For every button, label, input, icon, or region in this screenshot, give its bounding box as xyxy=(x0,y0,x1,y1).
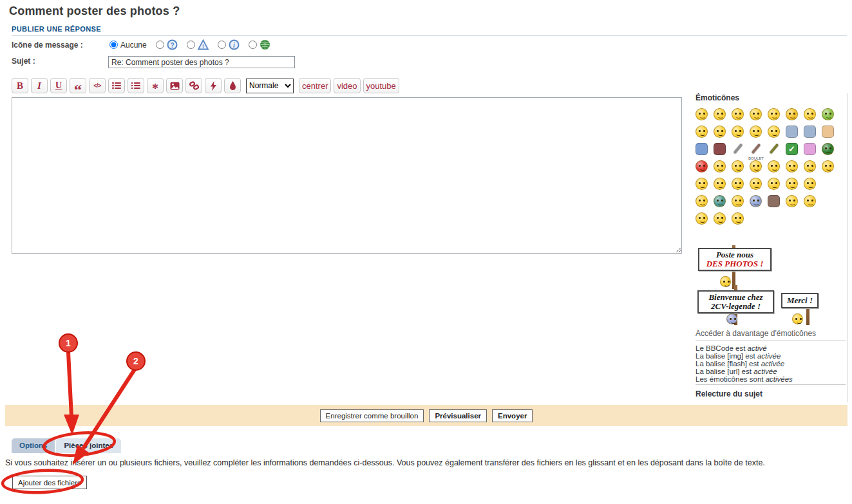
monkey-laugh-emoticon[interactable] xyxy=(804,195,816,207)
icon-option-globe[interactable] xyxy=(249,39,270,50)
globe-green-emoticon[interactable] xyxy=(822,143,834,155)
sad-emoticon[interactable] xyxy=(714,178,726,190)
rule-status: activé xyxy=(748,344,767,352)
whistle-emoticon[interactable] xyxy=(750,178,762,190)
tab-options[interactable]: Options xyxy=(12,438,55,453)
car-pink-emoticon[interactable] xyxy=(804,143,816,155)
bold-button[interactable]: B xyxy=(12,78,28,93)
mechanic-emoticon[interactable] xyxy=(786,126,798,138)
message-textarea[interactable] xyxy=(12,97,682,254)
insert-image-button[interactable] xyxy=(166,78,183,93)
italic-button[interactable]: I xyxy=(31,78,48,93)
dunce-hat-emoticon[interactable] xyxy=(822,160,834,173)
youtube-button[interactable]: youtube xyxy=(363,78,399,93)
icon-option-info[interactable]: i xyxy=(218,39,240,50)
preview-button[interactable]: Prévisualiser xyxy=(429,409,487,422)
boulet-emoticon[interactable]: BOULET xyxy=(750,160,762,173)
alien-green-emoticon[interactable] xyxy=(822,108,834,120)
sign-holder-smiley xyxy=(720,276,731,287)
merci-sign-emoticon[interactable]: Merci ! xyxy=(781,293,819,308)
icon-globe-radio[interactable] xyxy=(249,41,257,49)
bbcode-rule-line: Le BBCode est activé xyxy=(696,344,793,352)
bienvenue-sign-emoticon[interactable]: Bienvenue chez 2CV-legende ! xyxy=(697,290,774,313)
quote-button[interactable]: “ xyxy=(70,78,86,93)
sidebar-divider xyxy=(696,341,846,341)
video-button[interactable]: video xyxy=(334,78,360,93)
angry-red-emoticon[interactable] xyxy=(696,160,708,173)
submit-button[interactable]: Envoyer xyxy=(492,409,533,422)
icon-info-radio[interactable] xyxy=(218,41,226,49)
cheers-beers-emoticon[interactable] xyxy=(696,212,708,225)
icon-option-none[interactable]: Aucune xyxy=(109,41,147,50)
list-item-button[interactable]: * xyxy=(147,78,164,93)
icon-warning-radio[interactable] xyxy=(187,41,195,49)
save-draft-button[interactable]: Enregistrer comme brouillon xyxy=(320,409,424,422)
poste-photos-sign-emoticon[interactable]: Poste nous DES PHOTOS ! xyxy=(698,248,772,271)
taking-notes-emoticon[interactable] xyxy=(768,178,780,190)
image-icon xyxy=(170,82,180,90)
tongue-emoticon[interactable] xyxy=(750,108,762,120)
question-head-emoticon[interactable] xyxy=(696,195,708,207)
computer-smiley-emoticon[interactable] xyxy=(786,195,798,207)
open-arms-emoticon[interactable] xyxy=(732,212,744,225)
heart-eyes-emoticon[interactable] xyxy=(768,108,780,120)
champagne-bottle-emoticon[interactable] xyxy=(768,143,780,155)
gun-smiley-emoticon[interactable] xyxy=(696,178,708,190)
thumbs-up-blue-emoticon[interactable] xyxy=(750,195,762,207)
crying-emoticon[interactable] xyxy=(714,126,726,138)
underline-button[interactable]: U xyxy=(50,78,67,93)
french-flag-emoticon[interactable] xyxy=(714,212,726,225)
laugh-tears-emoticon[interactable] xyxy=(732,108,744,120)
bbcode-toolbar: B I U “ </> * xyxy=(12,78,399,93)
list-bullet-button[interactable] xyxy=(108,78,125,93)
add-files-button[interactable]: Ajouter des fichiers xyxy=(12,476,87,489)
rule-text: La balise [flash] est xyxy=(696,360,761,368)
sly-emoticon[interactable] xyxy=(804,160,816,173)
secret-emoticon[interactable] xyxy=(732,178,744,190)
font-color-button[interactable] xyxy=(224,78,241,93)
more-smilies-link[interactable]: Accéder à davantage d'émoticônes xyxy=(696,329,816,338)
icon-none-label: Aucune xyxy=(120,41,147,50)
center-button[interactable]: centrer xyxy=(299,78,331,93)
grin-emoticon[interactable] xyxy=(696,108,708,120)
smile-emoticon[interactable] xyxy=(714,108,726,120)
disappointed-emoticon[interactable] xyxy=(786,178,798,190)
thinking-emoticon[interactable] xyxy=(696,126,708,138)
nervous-emoticon[interactable] xyxy=(732,195,744,207)
code-button[interactable]: </> xyxy=(89,78,106,93)
insert-link-button[interactable] xyxy=(185,78,202,93)
icon-question-radio[interactable] xyxy=(156,41,164,49)
check-emoticon[interactable] xyxy=(786,143,798,155)
vomit-emoticon[interactable] xyxy=(768,126,780,138)
droplet-icon xyxy=(229,81,236,90)
icon-none-radio[interactable] xyxy=(109,41,118,49)
megaphone-emoticon[interactable] xyxy=(804,178,816,190)
smirk-emoticon[interactable] xyxy=(732,160,744,173)
shocked-emoticon[interactable] xyxy=(786,160,798,173)
topic-review-link[interactable]: Relecture du sujet xyxy=(696,389,762,398)
motorbike-emoticon[interactable] xyxy=(714,143,726,155)
astonished-emoticon[interactable] xyxy=(750,126,762,138)
icon-option-question[interactable]: ? xyxy=(156,39,178,50)
wrench-emoticon[interactable] xyxy=(732,143,744,155)
thumbs-up-emoticon[interactable] xyxy=(822,126,834,138)
attachments-description: Si vous souhaitez insérer un ou plusieur… xyxy=(5,458,778,467)
rule-text: La balise [url] est xyxy=(696,368,753,375)
pipe-emoticon[interactable] xyxy=(714,195,726,207)
coffee-mug-emoticon[interactable] xyxy=(768,195,780,207)
sunglasses-emoticon[interactable] xyxy=(786,108,798,120)
wink-emoticon[interactable] xyxy=(768,160,780,173)
hammer-emoticon[interactable] xyxy=(750,143,762,155)
font-size-select[interactable]: Normale xyxy=(246,79,294,93)
car-blue-emoticon[interactable] xyxy=(696,143,708,155)
party-emoticon[interactable] xyxy=(804,108,816,120)
mechanic-2-emoticon[interactable] xyxy=(804,126,816,138)
icon-option-warning[interactable]: ! xyxy=(187,39,209,50)
sidebar-divider xyxy=(696,384,846,385)
tab-attachments[interactable]: Pièces jointes xyxy=(56,438,121,453)
sleepy-emoticon[interactable] xyxy=(732,126,744,138)
big-laugh-emoticon[interactable] xyxy=(714,160,726,173)
subject-input[interactable] xyxy=(108,56,295,68)
flash-button[interactable] xyxy=(205,78,222,93)
list-ordered-button[interactable] xyxy=(128,78,144,93)
